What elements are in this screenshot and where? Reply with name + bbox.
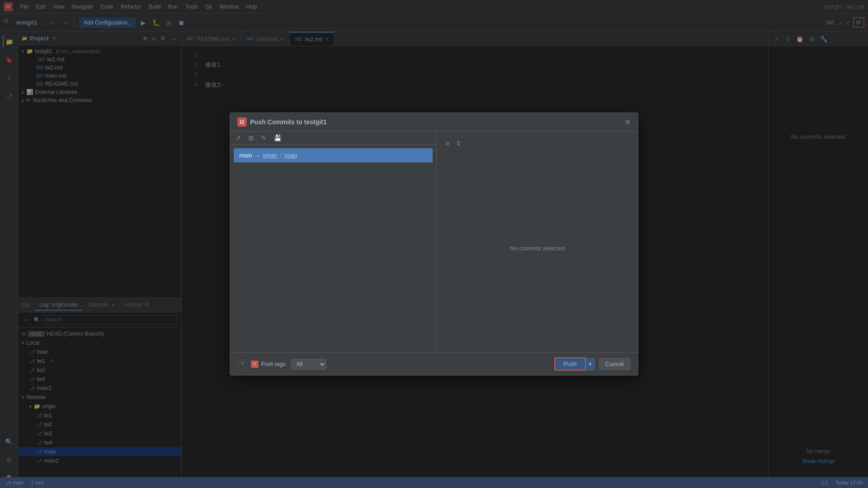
modal-left-toolbar: ↗ ⊞ ✎ 💾 <box>230 132 436 145</box>
modal-header: IJ Push Commits to testgit1 ✕ <box>230 113 638 132</box>
branch-arrow: → <box>255 152 260 159</box>
modal-right-panel: ≡ ⇕ No commits selected <box>437 132 638 352</box>
modal-body: ↗ ⊞ ✎ 💾 main → origin : main <box>230 132 638 352</box>
modal-toolbar-btn3[interactable]: ✎ <box>259 133 268 142</box>
modal-toolbar-btn1[interactable]: ↗ <box>234 133 243 142</box>
cancel-btn[interactable]: Cancel <box>599 358 631 370</box>
push-tags-label: Push tags: <box>261 361 287 367</box>
modal-toolbar-btn2[interactable]: ⊞ <box>247 133 256 142</box>
modal-right-btn2[interactable]: ⇕ <box>454 139 463 148</box>
no-commits-selected-area: No commits selected <box>444 151 631 345</box>
branch-remote-link[interactable]: origin <box>263 152 277 159</box>
modal-overlay: IJ Push Commits to testgit1 ✕ ↗ ⊞ ✎ 💾 ma… <box>0 0 868 488</box>
push-btn[interactable]: Push <box>554 357 586 371</box>
modal-branch-selector[interactable]: main → origin : main <box>234 148 433 162</box>
modal-app-icon: IJ <box>237 117 247 127</box>
no-commits-selected-text: No commits selected <box>510 245 565 252</box>
branch-colon: : <box>280 152 282 159</box>
push-commits-modal: IJ Push Commits to testgit1 ✕ ↗ ⊞ ✎ 💾 ma… <box>230 112 638 376</box>
push-tags-checkbox[interactable]: ✓ <box>251 361 258 368</box>
modal-checkbox-area: ✓ Push tags: <box>251 361 287 368</box>
modal-toolbar-btn4[interactable]: 💾 <box>272 133 283 142</box>
modal-right-btn1[interactable]: ≡ <box>444 139 451 148</box>
push-btn-group: Push ▾ <box>554 357 595 371</box>
modal-left-panel: ↗ ⊞ ✎ 💾 main → origin : main <box>230 132 437 352</box>
modal-title: Push Commits to testgit1 <box>250 118 327 126</box>
branch-to-link[interactable]: main <box>285 152 297 159</box>
branch-from-label: main <box>239 152 252 159</box>
push-btn-dropdown[interactable]: ▾ <box>586 358 595 371</box>
modal-right-toolbar: ≡ ⇕ <box>444 139 463 148</box>
push-tags-select[interactable]: All Current None <box>291 359 326 370</box>
modal-close-btn[interactable]: ✕ <box>625 118 631 127</box>
modal-commit-area <box>230 166 436 352</box>
modal-footer: ? ✓ Push tags: All Current None Push ▾ C… <box>230 352 638 375</box>
checkbox-check-icon: ✓ <box>253 361 256 366</box>
modal-help-btn[interactable]: ? <box>237 359 247 369</box>
